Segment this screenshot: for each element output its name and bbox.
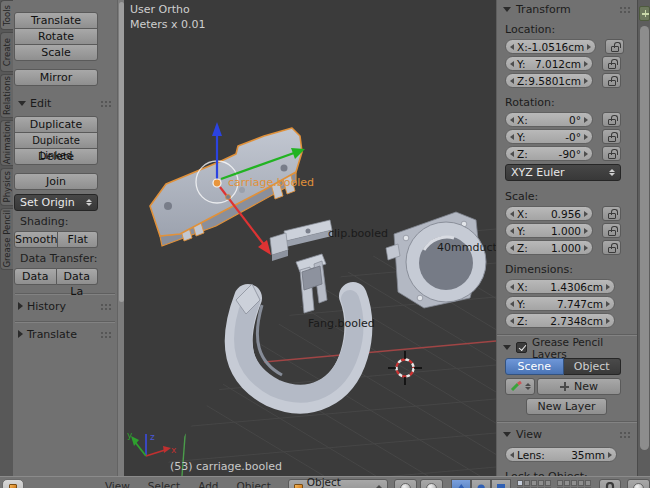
manipulator-scale-button[interactable]	[491, 479, 511, 488]
dimensions-x-slider[interactable]: X:1.4306cm	[505, 279, 615, 294]
scale-button[interactable]: Scale	[14, 44, 98, 61]
pivot-dropdown[interactable]	[420, 479, 443, 488]
menu-add[interactable]: Add	[189, 480, 227, 488]
panel-grip-icon[interactable]	[619, 431, 631, 438]
lens-slider[interactable]: Lens: 35mm	[505, 447, 617, 462]
tool-shelf: Translate Rotate Scale Mirror Edit Dupli…	[13, 0, 117, 476]
scale-z-slider[interactable]: Z:1.000	[505, 240, 593, 255]
lock-icon[interactable]	[602, 73, 621, 88]
lock-icon[interactable]	[602, 206, 621, 221]
tool-shelf-scrollbar[interactable]	[117, 0, 124, 476]
panel-grip-icon[interactable]	[100, 331, 112, 338]
data-button[interactable]: Data	[14, 268, 57, 285]
menu-select[interactable]: Select	[139, 480, 189, 488]
scale-label: Scale:	[505, 184, 621, 206]
label-clip: clip.booled	[328, 227, 388, 240]
transform-panel-header[interactable]: Transform	[497, 2, 637, 17]
gp-new-button[interactable]: New	[537, 378, 621, 395]
axis-y-label: y	[127, 430, 133, 440]
flat-button[interactable]: Flat	[58, 231, 98, 248]
scale-x-slider[interactable]: X:0.956	[505, 206, 593, 221]
panel-grip-icon[interactable]	[100, 100, 112, 107]
duplicate-button[interactable]: Duplicate	[14, 116, 98, 133]
view-panel-header[interactable]: View	[497, 427, 637, 442]
gp-draw-mode-dropdown[interactable]	[505, 378, 535, 395]
gp-scene-tab[interactable]: Scene	[505, 358, 564, 375]
rotation-z-slider[interactable]: Z:-90°	[505, 146, 593, 161]
location-x-slider[interactable]: X:-1.0516cm	[505, 39, 596, 54]
tab-grease-pencil[interactable]: Grease Pencil	[0, 208, 13, 270]
rotate-button[interactable]: Rotate	[14, 28, 98, 45]
tab-tools[interactable]: Tools	[0, 0, 13, 30]
divider	[15, 293, 115, 295]
add-panel-plus-icon[interactable]	[639, 6, 650, 21]
updown-arrows-icon	[376, 485, 382, 488]
3d-viewport[interactable]: carriage.booled clip.booled 40mmduct.boo…	[124, 0, 496, 476]
join-button[interactable]: Join	[14, 173, 98, 190]
layers-grid-2[interactable]	[557, 480, 591, 488]
menu-view[interactable]: View	[96, 480, 139, 488]
magnet-icon	[605, 482, 615, 488]
translate-button[interactable]: Translate	[14, 12, 98, 29]
snap-magnet-button[interactable]	[599, 479, 621, 488]
render-ops-button[interactable]	[627, 479, 650, 488]
object-duct[interactable]	[386, 212, 486, 308]
scale-y-slider[interactable]: Y:1.000	[505, 223, 593, 238]
dimensions-y-slider[interactable]: Y:7.747cm	[505, 296, 615, 311]
active-object-status: (53) carriage.booled	[170, 460, 282, 473]
delete-button[interactable]: Delete	[14, 148, 98, 165]
viewport-shading-dropdown[interactable]	[394, 479, 417, 488]
updown-arrows-icon	[86, 199, 92, 206]
duplicate-linked-button[interactable]: Duplicate Linked	[14, 132, 98, 149]
location-z-slider[interactable]: Z:9.5801cm	[505, 73, 593, 88]
mini-axis-gizmo: x y z	[127, 430, 177, 456]
gp-object-tab[interactable]: Object	[564, 358, 622, 375]
object-origin-dot	[213, 179, 221, 187]
lock-icon[interactable]	[602, 223, 621, 238]
gp-source-toggle: Scene Object	[505, 358, 621, 375]
location-label: Location:	[505, 17, 621, 39]
grease-pencil-checkbox[interactable]	[516, 342, 527, 353]
rotation-label: Rotation:	[505, 90, 621, 112]
history-panel-header[interactable]: History	[14, 299, 116, 313]
lock-icon[interactable]	[605, 39, 624, 54]
lock-icon[interactable]	[602, 112, 621, 127]
edit-panel-header[interactable]: Edit	[14, 96, 116, 110]
scrollbar-handle[interactable]	[640, 26, 649, 450]
lock-icon[interactable]	[602, 146, 621, 161]
rotation-mode-dropdown[interactable]: XYZ Euler	[505, 164, 621, 181]
render-icon	[633, 483, 644, 488]
properties-scrollbar[interactable]	[637, 0, 650, 476]
manipulator-translate-button[interactable]	[451, 479, 471, 488]
rotation-x-slider[interactable]: X:0°	[505, 112, 593, 127]
manipulator-rotate-button[interactable]	[471, 479, 491, 488]
smooth-button[interactable]: Smooth	[14, 231, 58, 248]
grease-pencil-panel-header[interactable]: Grease Pencil Layers	[497, 340, 637, 355]
grid-x-axis	[264, 341, 496, 362]
operator-panel-header[interactable]: Translate	[14, 327, 116, 341]
object-mode-cube-icon	[294, 484, 303, 488]
panel-grip-icon[interactable]	[100, 303, 112, 310]
label-duct: 40mmduct.boo	[437, 241, 496, 254]
location-y-slider[interactable]: Y:7.012cm	[505, 56, 593, 71]
data-layout-button[interactable]: Data La	[57, 268, 99, 285]
label-carriage: carriage.booled	[228, 176, 314, 189]
editor-type-button[interactable]	[2, 479, 24, 488]
dimensions-label: Dimensions:	[505, 257, 621, 279]
dimensions-z-slider[interactable]: Z:2.7348cm	[505, 313, 615, 328]
menu-object[interactable]: Object	[228, 480, 280, 488]
set-origin-dropdown[interactable]: Set Origin	[14, 194, 98, 211]
mode-dropdown[interactable]: Object Mode	[288, 479, 389, 488]
new-layer-button[interactable]: New Layer	[526, 398, 607, 415]
lock-icon[interactable]	[602, 129, 621, 144]
tab-create[interactable]: Create	[0, 32, 13, 72]
tab-physics[interactable]: Physics	[0, 168, 13, 206]
panel-grip-icon[interactable]	[619, 6, 631, 13]
layers-grid-1[interactable]	[517, 480, 551, 488]
rotation-y-slider[interactable]: Y:-0°	[505, 129, 593, 144]
lock-icon[interactable]	[602, 240, 621, 255]
lock-icon[interactable]	[602, 56, 621, 71]
tab-animation[interactable]: Animation	[0, 120, 13, 166]
mirror-button[interactable]: Mirror	[14, 69, 98, 86]
tab-relations[interactable]: Relations	[0, 74, 13, 118]
